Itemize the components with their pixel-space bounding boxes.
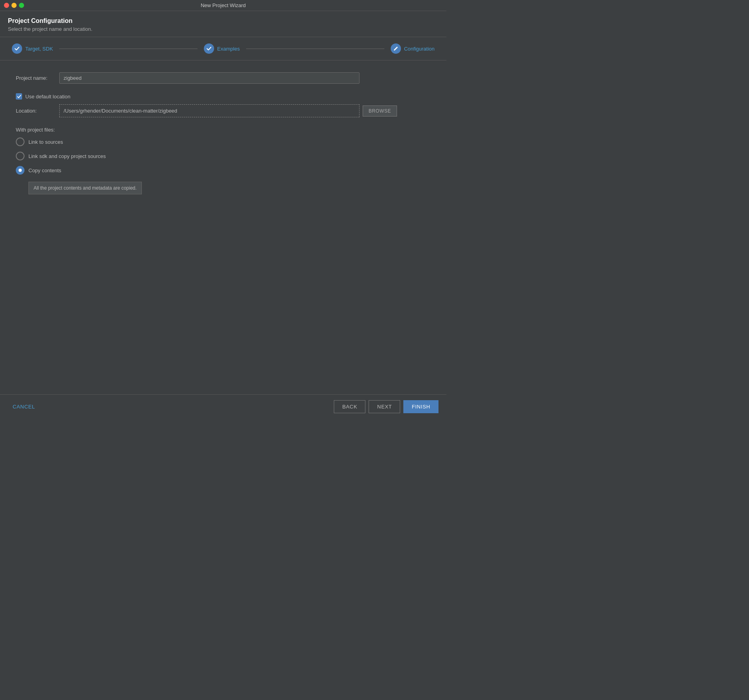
- step-label-configuration: Configuration: [404, 46, 435, 52]
- finish-button[interactable]: FINISH: [403, 400, 438, 413]
- step-configuration[interactable]: Configuration: [391, 43, 435, 54]
- radio-link-sdk-circle[interactable]: [16, 152, 24, 160]
- footer-left: CANCEL: [8, 401, 40, 413]
- use-default-location-checkbox[interactable]: [16, 93, 22, 100]
- step-line-1: [59, 49, 198, 49]
- step-icon-examples: [204, 43, 214, 54]
- next-button[interactable]: NEXT: [369, 400, 400, 413]
- radio-copy-contents-circle[interactable]: [16, 166, 24, 175]
- step-line-2: [246, 49, 384, 49]
- header: Project Configuration Select the project…: [0, 11, 446, 37]
- minimize-button[interactable]: [11, 3, 17, 8]
- radio-link-sources-circle[interactable]: [16, 137, 24, 146]
- page-subtitle: Select the project name and location.: [8, 26, 438, 32]
- main-content: Project name: Use default location Locat…: [0, 60, 446, 394]
- project-files-section: With project files: Link to sources Link…: [16, 127, 431, 194]
- title-bar: New Project Wizard: [0, 0, 446, 11]
- step-icon-target-sdk: [12, 43, 22, 54]
- footer-right: BACK NEXT FINISH: [334, 400, 438, 413]
- location-label: Location:: [16, 108, 59, 114]
- project-name-row: Project name:: [16, 72, 431, 84]
- location-input-wrapper: [59, 104, 359, 117]
- location-input[interactable]: [61, 106, 358, 115]
- radio-link-sources-label: Link to sources: [28, 139, 63, 145]
- project-name-label: Project name:: [16, 75, 59, 81]
- step-label-examples: Examples: [217, 46, 240, 52]
- page-title: Project Configuration: [8, 17, 438, 24]
- location-row: Location: BROWSE: [16, 104, 431, 117]
- cancel-button[interactable]: CANCEL: [8, 401, 40, 413]
- step-examples[interactable]: Examples: [204, 43, 240, 54]
- project-name-input[interactable]: [59, 72, 359, 84]
- window-title: New Project Wizard: [201, 2, 246, 8]
- back-button[interactable]: BACK: [334, 400, 365, 413]
- radio-link-sources[interactable]: Link to sources: [16, 137, 431, 146]
- radio-copy-contents[interactable]: Copy contents: [16, 166, 431, 175]
- step-target-sdk[interactable]: Target, SDK: [12, 43, 53, 54]
- footer: CANCEL BACK NEXT FINISH: [0, 394, 446, 419]
- info-box: All the project contents and metadata ar…: [28, 182, 142, 194]
- wizard-steps: Target, SDK Examples Configuration: [0, 37, 446, 60]
- maximize-button[interactable]: [19, 3, 24, 8]
- radio-link-sdk[interactable]: Link sdk and copy project sources: [16, 152, 431, 160]
- radio-link-sdk-label: Link sdk and copy project sources: [28, 153, 106, 159]
- project-files-label: With project files:: [16, 127, 431, 133]
- step-label-target-sdk: Target, SDK: [25, 46, 53, 52]
- traffic-lights: [4, 3, 24, 8]
- use-default-location-row[interactable]: Use default location: [16, 93, 431, 100]
- browse-button[interactable]: BROWSE: [363, 105, 397, 117]
- radio-copy-contents-label: Copy contents: [28, 167, 61, 173]
- close-button[interactable]: [4, 3, 9, 8]
- step-icon-configuration: [391, 43, 401, 54]
- use-default-location-label: Use default location: [25, 94, 70, 100]
